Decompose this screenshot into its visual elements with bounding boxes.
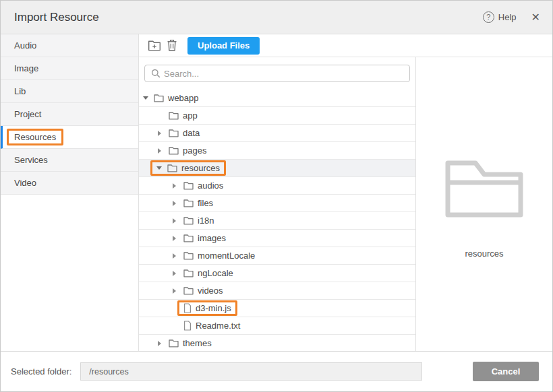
folder-icon-wrap: [169, 146, 179, 155]
tree-item-label: ngLocale: [198, 268, 233, 278]
triangle-glyph: [158, 148, 161, 154]
arrow-down-icon[interactable]: [143, 96, 154, 100]
new-folder-button[interactable]: [146, 37, 163, 55]
arrow-right-icon[interactable]: [158, 148, 169, 154]
tree-item-app[interactable]: app: [139, 107, 415, 125]
triangle-glyph: [143, 96, 148, 100]
folder-icon: [183, 269, 194, 277]
tree-item-label: data: [183, 128, 200, 138]
folder-icon: [183, 251, 194, 260]
folder-outline-icon: [444, 158, 525, 220]
tree-item-pages[interactable]: pages: [139, 142, 415, 160]
folder-icon-wrap: [183, 216, 194, 225]
sidebar-item-label: Services: [14, 155, 48, 165]
tree-item-label: resources: [181, 163, 220, 173]
arrow-right-icon[interactable]: [173, 288, 183, 294]
import-resource-dialog: Import Resource ? Help ✕ AudioImageLibPr…: [0, 0, 553, 392]
dialog-header: Import Resource ? Help ✕: [1, 1, 552, 34]
folder-icon-wrap: [183, 181, 194, 190]
cancel-button[interactable]: Cancel: [473, 362, 539, 381]
triangle-glyph: [156, 166, 162, 170]
tree-item-d3-min.js[interactable]: d3-min.js: [139, 300, 415, 317]
folder-icon: [169, 129, 179, 137]
upload-files-button[interactable]: Upload Files: [187, 37, 260, 55]
tree-item-label: pages: [183, 145, 206, 156]
tree-item-files[interactable]: files: [139, 195, 415, 212]
search-input[interactable]: [144, 65, 410, 82]
arrow-right-icon[interactable]: [173, 236, 183, 241]
search-section: [139, 57, 415, 90]
folder-icon: [169, 339, 179, 348]
sidebar-item-label: Project: [14, 109, 41, 119]
tree-item-data[interactable]: data: [139, 125, 415, 142]
dialog-body: AudioImageLibProjectResourcesServicesVid…: [1, 34, 552, 351]
sidebar-item-video[interactable]: Video: [1, 172, 138, 195]
folder-icon: [169, 146, 179, 155]
preview-folder-name: resources: [465, 249, 503, 259]
triangle-glyph: [173, 201, 176, 206]
folder-icon-wrap: [183, 234, 194, 242]
header-actions: ? Help ✕: [483, 11, 540, 23]
arrow-right-icon[interactable]: [173, 271, 183, 276]
selected-folder-label: Selected folder:: [11, 366, 71, 377]
delete-button[interactable]: [163, 37, 181, 55]
tree-item-label: Readme.txt: [196, 321, 240, 331]
triangle-glyph: [158, 341, 161, 346]
arrow-right-icon[interactable]: [158, 131, 169, 136]
content-area: webappappdatapagesresourcesaudiosfilesi1…: [139, 57, 552, 351]
triangle-glyph: [173, 218, 176, 224]
folder-icon-wrap: [167, 164, 177, 172]
tree-item-images[interactable]: images: [139, 230, 415, 247]
tree-item-label: videos: [198, 286, 223, 296]
file-tree: webappappdatapagesresourcesaudiosfilesi1…: [139, 90, 415, 351]
dialog-footer: Selected folder: Cancel: [1, 351, 552, 391]
folder-icon: [183, 286, 194, 295]
sidebar-item-image[interactable]: Image: [1, 57, 138, 80]
sidebar-item-label: Lib: [14, 86, 26, 96]
arrow-right-icon[interactable]: [173, 218, 183, 224]
tree-item-ngLocale[interactable]: ngLocale: [139, 265, 415, 282]
tree-item-label: images: [198, 233, 226, 243]
arrow-right-icon[interactable]: [158, 341, 169, 346]
file-icon: [183, 303, 192, 313]
tree-item-label: audios: [198, 181, 223, 191]
sidebar-item-services[interactable]: Services: [1, 149, 138, 172]
toolbar: Upload Files: [139, 34, 552, 57]
arrow-right-icon[interactable]: [173, 183, 183, 189]
tree-item-Readme.txt[interactable]: Readme.txt: [139, 317, 415, 335]
folder-icon: [154, 94, 164, 102]
sidebar-item-project[interactable]: Project: [1, 103, 138, 126]
help-button[interactable]: ? Help: [483, 11, 517, 23]
tree-item-label: d3-min.js: [196, 303, 231, 313]
folder-icon-wrap: [183, 251, 194, 260]
folder-icon-wrap: [183, 199, 194, 207]
file-tree-panel: webappappdatapagesresourcesaudiosfilesi1…: [139, 57, 416, 351]
sidebar-item-resources[interactable]: Resources: [1, 126, 138, 149]
file-icon-wrap: [183, 303, 192, 313]
folder-icon: [167, 164, 177, 172]
tree-item-i18n[interactable]: i18n: [139, 212, 415, 230]
close-icon[interactable]: ✕: [531, 12, 540, 23]
tree-item-label: i18n: [198, 216, 214, 226]
folder-icon: [169, 111, 179, 120]
tree-item-momentLocale[interactable]: momentLocale: [139, 247, 415, 265]
tree-item-audios[interactable]: audios: [139, 177, 415, 195]
sidebar-item-audio[interactable]: Audio: [1, 34, 138, 57]
arrow-down-icon[interactable]: [156, 166, 167, 170]
sidebar-item-lib[interactable]: Lib: [1, 80, 138, 103]
tree-item-themes[interactable]: themes: [139, 335, 415, 351]
tree-item-videos[interactable]: videos: [139, 282, 415, 300]
tree-item-label: app: [183, 110, 198, 121]
tree-item-resources[interactable]: resources: [139, 160, 415, 177]
sidebar-item-label: Video: [14, 178, 36, 188]
delete-icon: [167, 39, 177, 52]
triangle-glyph: [173, 236, 176, 241]
tree-item-webapp[interactable]: webapp: [139, 90, 415, 107]
tree-item-label: webapp: [168, 93, 199, 103]
triangle-glyph: [158, 131, 161, 136]
help-icon: ?: [483, 11, 494, 23]
arrow-right-icon[interactable]: [173, 253, 183, 259]
arrow-right-icon[interactable]: [173, 201, 183, 206]
selected-folder-input[interactable]: [80, 362, 422, 381]
tree-item-label: themes: [183, 338, 212, 348]
